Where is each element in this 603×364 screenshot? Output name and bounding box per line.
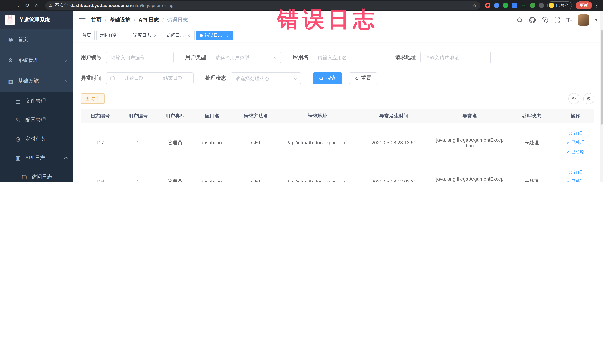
profile-paused-badge[interactable]: 已暂停 — [547, 1, 572, 9]
detail-link[interactable]: ◎详细 — [559, 129, 592, 138]
gear-icon: ⚙ — [7, 57, 14, 64]
tab-home[interactable]: 首页 — [79, 31, 94, 40]
table-toolbar: 导出 ↻ ⚙ — [81, 93, 594, 104]
navbar: 首页 / 基础设施 / API 日志 / 错误日志 ? TT ▾ — [73, 11, 603, 29]
rabbit-logo-icon — [5, 15, 15, 25]
close-icon[interactable]: × — [186, 33, 191, 38]
page-scrollbar[interactable] — [600, 11, 603, 182]
exception-name-cell: java.lang.IllegalArgumentException — [434, 162, 506, 182]
extension-donut-icon[interactable] — [485, 3, 490, 8]
processed-link[interactable]: ✓已处理 — [559, 138, 592, 147]
processed-link[interactable]: ✓已处理 — [559, 177, 592, 182]
chevron-up-icon — [64, 80, 68, 84]
eye-icon: ◎ — [569, 130, 573, 136]
user-type-cell: 管理员 — [156, 123, 194, 162]
home-icon[interactable]: ⌂ — [33, 0, 41, 11]
extension-paw-icon[interactable] — [539, 3, 544, 8]
check-icon: ✓ — [567, 140, 570, 145]
address-bar[interactable]: ⚠ 不安全 dashboard.yudao.iocoder.cn/infra/l… — [45, 1, 480, 10]
extension-on-badge[interactable]: on — [521, 2, 526, 8]
main-area: 首页 / 基础设施 / API 日志 / 错误日志 ? TT ▾ — [73, 11, 603, 182]
col-user-type: 用户类型 — [156, 109, 194, 123]
extension-drop-icon[interactable] — [494, 3, 499, 8]
tab-access-log[interactable]: 访问日志 × — [163, 31, 195, 40]
extension-leaf-icon[interactable] — [530, 3, 535, 8]
not-secure-warning-icon: ⚠ — [49, 3, 53, 8]
user-type-select[interactable] — [210, 52, 281, 63]
logo[interactable]: 芋道管理系统 — [0, 11, 73, 29]
search-button[interactable]: 搜索 — [313, 72, 342, 84]
breadcrumb-home[interactable]: 首页 — [91, 17, 102, 23]
url-text[interactable]: dashboard.yudao.iocoder.cn/infra/log/api… — [70, 3, 470, 8]
fullscreen-icon[interactable] — [554, 17, 560, 23]
close-icon[interactable]: × — [119, 33, 125, 38]
sidebar-item-infrastructure[interactable]: ▦ 基础设施 — [0, 71, 73, 92]
filter-row-1: 用户编号 用户类型 应用名 请求 — [81, 52, 594, 63]
calendar-icon — [110, 76, 115, 81]
active-dot-icon — [200, 34, 203, 37]
detail-link[interactable]: ◎详细 — [559, 168, 592, 177]
search-icon[interactable] — [516, 17, 523, 23]
tab-error-log[interactable]: 错误日志 × — [197, 31, 233, 40]
ignored-link[interactable]: ✓已忽略 — [559, 147, 592, 156]
col-request-method: 请求方法名 — [231, 109, 281, 123]
column-settings-button[interactable]: ⚙ — [583, 93, 594, 104]
request-url-input[interactable] — [420, 52, 491, 63]
reload-icon[interactable]: ↻ — [23, 0, 31, 11]
sidebar-item-config-management[interactable]: ✎ 配置管理 — [0, 110, 73, 129]
sidebar-item-access-log[interactable]: ▢ 访问日志 — [0, 167, 73, 182]
sidebar-item-scheduled-tasks[interactable]: ◷ 定时任务 — [0, 129, 73, 148]
col-user-id: 用户编号 — [119, 109, 156, 123]
check-icon: ✓ — [567, 179, 570, 182]
user-id-input[interactable] — [106, 52, 174, 63]
dashboard-icon: ◉ — [7, 36, 14, 43]
export-button[interactable]: 导出 — [81, 94, 104, 104]
tab-schedule-log[interactable]: 调度日志 × — [130, 31, 161, 40]
browser-update-button[interactable]: 更新 — [576, 1, 592, 9]
back-icon[interactable]: ← — [4, 0, 12, 11]
browser-toolbar: ← → ↻ ⌂ ⚠ 不安全 dashboard.yudao.iocoder.cn… — [0, 0, 603, 11]
browser-menu-icon[interactable]: ⋮ — [593, 3, 600, 8]
avatar-caret-down-icon[interactable]: ▾ — [595, 18, 597, 23]
reset-button[interactable]: ↻ 重置 — [349, 72, 377, 84]
navbar-actions: ? TT ▾ — [516, 14, 597, 26]
filter-app-name: 应用名 — [293, 52, 383, 63]
not-secure-label: 不安全 — [55, 2, 68, 9]
table-tools: ↻ ⚙ — [568, 93, 594, 104]
user-avatar[interactable] — [578, 14, 589, 26]
extension-green-icon[interactable] — [503, 3, 508, 8]
close-icon[interactable]: × — [224, 33, 230, 38]
breadcrumb: 首页 / 基础设施 / API 日志 / 错误日志 — [91, 17, 188, 23]
infrastructure-icon: ▦ — [7, 78, 14, 84]
sidebar-item-system-management[interactable]: ⚙ 系统管理 — [0, 50, 73, 71]
tab-scheduled-tasks[interactable]: 定时任务 × — [96, 31, 128, 40]
col-process-status: 处理状态 — [506, 109, 557, 123]
date-range-picker[interactable]: 开始日期 - 结束日期 — [106, 72, 194, 84]
app-name-input[interactable] — [313, 52, 383, 63]
forward-icon[interactable]: → — [13, 0, 22, 11]
eye-icon: ◎ — [569, 169, 573, 175]
filter-exception-time: 异常时间 开始日期 - 结束日期 — [81, 72, 194, 84]
edit-icon: ✎ — [15, 117, 21, 123]
col-log-id: 日志编号 — [81, 109, 119, 123]
sidebar-toggle-icon[interactable] — [79, 18, 86, 22]
scrollbar-thumb[interactable] — [601, 30, 603, 125]
process-status-select-input[interactable] — [231, 72, 301, 84]
refresh-button[interactable]: ↻ — [568, 93, 580, 104]
help-icon[interactable]: ? — [542, 17, 548, 23]
clock-icon: ◷ — [15, 136, 21, 142]
log-icon: ▣ — [15, 154, 21, 161]
user-type-select-input[interactable] — [210, 52, 281, 63]
extension-grid-icon[interactable] — [512, 3, 517, 8]
sidebar-item-file-management[interactable]: ▤ 文件管理 — [0, 92, 73, 110]
github-icon[interactable] — [529, 17, 535, 23]
process-status-select[interactable] — [231, 72, 301, 84]
search-icon — [319, 76, 324, 81]
sidebar-item-api-log[interactable]: ▣ API 日志 — [0, 148, 73, 167]
breadcrumb-api-log[interactable]: API 日志 — [139, 17, 159, 23]
sidebar-item-home[interactable]: ◉ 首页 — [0, 29, 73, 50]
close-icon[interactable]: × — [153, 33, 158, 38]
breadcrumb-infrastructure[interactable]: 基础设施 — [110, 17, 130, 23]
bookmark-star-icon[interactable]: ☆ — [473, 3, 477, 8]
font-size-icon[interactable]: TT — [566, 17, 572, 23]
